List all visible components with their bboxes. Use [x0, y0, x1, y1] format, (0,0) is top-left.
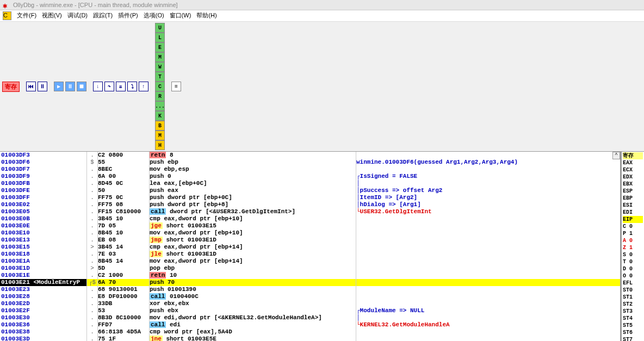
reg-st4[interactable]: ST4	[623, 315, 643, 322]
disasm-row[interactable]: 01003DFF.FF75 0Cpush dword ptr [ebp+0C]│…	[0, 194, 620, 201]
reg-st7[interactable]: ST7	[623, 336, 643, 341]
reg-ebp[interactable]: EBP	[623, 195, 643, 202]
mark-col: .	[87, 293, 98, 300]
disasm-row[interactable]: 01003E3D.75 1Fjne short 01003E5E	[0, 336, 620, 341]
tb-e[interactable]: E	[155, 42, 165, 52]
tb-pause[interactable]: ⏸	[38, 82, 47, 91]
tb-r[interactable]: R	[155, 91, 165, 101]
tb-u[interactable]: U	[155, 23, 165, 33]
disasm-row[interactable]: 01003E2F.53push ebx┌ModuleName => NULL	[0, 307, 620, 314]
mark-col: $	[87, 159, 98, 166]
menu-options[interactable]: 选项(O)	[144, 11, 164, 20]
hex-col: C2 0800	[98, 152, 150, 159]
c-icon[interactable]: C	[3, 11, 11, 20]
scroll-up[interactable]: ^	[612, 152, 620, 159]
reg-st6[interactable]: ST6	[623, 329, 643, 336]
disasm-row[interactable]: 01003E21 <ModuleEntryP┌$6A 70push 70	[0, 279, 620, 286]
comment-col	[356, 152, 620, 159]
menu-help[interactable]: 帮助(H)	[196, 11, 216, 20]
reg-z[interactable]: Z 1	[623, 244, 643, 251]
reg-esp[interactable]: ESP	[623, 188, 643, 195]
disasm-row[interactable]: 01003E18.7E 03jle short 01003E1D	[0, 251, 620, 258]
disasm-row[interactable]: 01003E05.FF15 C810000call dword ptr [<&U…	[0, 208, 620, 215]
reg-t[interactable]: T 0	[623, 258, 643, 265]
disasm-row[interactable]: 01003DFE.50push eax│pSuccess => offset A…	[0, 187, 620, 194]
disasm-row[interactable]: 01003E0B.3B45 10cmp eax,dword ptr [ebp+1…	[0, 215, 620, 222]
tb-return[interactable]: ↑	[139, 82, 148, 91]
reg-a[interactable]: A 0	[623, 237, 643, 244]
disasm-row[interactable]: 01003E15>3B45 14cmp eax,dword ptr [ebp+1…	[0, 244, 620, 251]
disasm-row[interactable]: 01003DF7.8BECmov ebp,esp	[0, 166, 620, 173]
disasm-row[interactable]: 01003E23.68 90130001push 01001390	[0, 286, 620, 293]
reg-st3[interactable]: ST3	[623, 308, 643, 315]
disasm-row[interactable]: 01003E30.8B3D 8C10000mov edi,dword ptr […	[0, 314, 620, 321]
hex-col: 75 1F	[98, 336, 150, 341]
menu-trace[interactable]: 跟踪(T)	[93, 11, 113, 20]
reg-p[interactable]: P 1	[623, 230, 643, 237]
reg-st5[interactable]: ST5	[623, 322, 643, 329]
menu-plugin[interactable]: 插件(P)	[118, 11, 138, 20]
tb-traceinto[interactable]: ⇊	[116, 82, 126, 91]
disasm-row[interactable]: 01003E38.66:8138 4D5Acmp word ptr [eax],…	[0, 328, 620, 336]
disasm-col: push ebp	[150, 159, 356, 166]
reg-esi[interactable]: ESI	[623, 202, 643, 209]
disassembly-view[interactable]: 01003DF3.C2 0800retn 801003DF6$55push eb…	[0, 152, 620, 341]
disasm-row[interactable]: 01003E13.EB 08jmp short 01003E1D	[0, 237, 620, 244]
reg-eax[interactable]: EAX	[623, 159, 643, 166]
menu-window[interactable]: 窗口(W)	[170, 11, 191, 20]
menu-debug[interactable]: 调试(D)	[67, 11, 88, 20]
disasm-row[interactable]: 01003E28.E8 DF010000call 0100400C	[0, 293, 620, 300]
disasm-row[interactable]: 01003DF6$55push ebpwinmine.01003DF6(gues…	[0, 159, 620, 166]
disasm-row[interactable]: 01003E1D>5Dpop ebp	[0, 265, 620, 272]
addr-col: 01003E18	[0, 251, 87, 258]
addr-col: 01003DF7	[0, 166, 87, 173]
menu-view[interactable]: 视图(V)	[42, 11, 62, 20]
reg-st2[interactable]: ST2	[623, 301, 643, 308]
tb-pause2[interactable]: ⏸	[65, 82, 75, 91]
disasm-row[interactable]: 01003DF3.C2 0800retn 8	[0, 152, 620, 159]
menubar[interactable]: C 文件(F) 视图(V) 调试(D) 跟踪(T) 插件(P) 选项(O) 窗口…	[0, 10, 644, 22]
reg-eip[interactable]: EIP	[623, 216, 643, 223]
reg-efl[interactable]: EFL	[623, 280, 643, 287]
disasm-row[interactable]: 01003E2D.33DBxor ebx,ebx	[0, 300, 620, 307]
disasm-row[interactable]: 01003E0E.7D 05jge short 01003E15	[0, 222, 620, 230]
disasm-row[interactable]: 01003E10.8B45 10mov eax,dword ptr [ebp+1…	[0, 230, 620, 237]
disasm-row[interactable]: 01003E1E.C2 1000retn 10	[0, 272, 620, 279]
disasm-row[interactable]: 01003DFB.8D45 0Clea eax,[ebp+0C]│	[0, 180, 620, 187]
tb-stop[interactable]: ⏹	[77, 82, 86, 91]
tb-m[interactable]: M	[155, 131, 165, 140]
hex-col: 66:8138 4D5A	[98, 328, 150, 336]
tb-b[interactable]: B	[155, 121, 165, 131]
tb-l[interactable]: L	[155, 33, 165, 42]
reg-o[interactable]: O 0	[623, 272, 643, 280]
reg-ecx[interactable]: ECX	[623, 166, 643, 173]
reg-c[interactable]: C 0	[623, 223, 643, 230]
disasm-row[interactable]: 01003DF9.6A 00push 0┌IsSigned = FALSE	[0, 173, 620, 180]
tb-m[interactable]: M	[155, 52, 165, 62]
tb-rewind[interactable]: ⏮	[26, 82, 36, 91]
reg-ebx[interactable]: EBX	[623, 181, 643, 188]
reg-st0[interactable]: ST0	[623, 287, 643, 294]
disasm-row[interactable]: 01003E1A.8B45 14mov eax,dword ptr [ebp+1…	[0, 258, 620, 265]
mark-col: .	[87, 251, 98, 258]
tb-traceover[interactable]: ⤵	[127, 82, 137, 91]
tb-h[interactable]: H	[155, 140, 165, 150]
register-panel[interactable]: 寄存 EAXECXEDXEBXESPEBPESIEDIEIPC 0P 1A 0Z…	[621, 152, 644, 341]
tb-c[interactable]: C	[155, 82, 165, 91]
reg-d[interactable]: D 0	[623, 265, 643, 272]
tb-stepinto[interactable]: ↓	[93, 82, 103, 91]
reg-s[interactable]: S 0	[623, 251, 643, 258]
tb-k[interactable]: K	[155, 111, 165, 121]
disasm-row[interactable]: 01003E02.FF75 08push dword ptr [ebp+8]│h…	[0, 201, 620, 208]
tb-play[interactable]: ▶	[54, 82, 64, 91]
tb-w[interactable]: W	[155, 62, 165, 72]
tb-stepover[interactable]: ↷	[104, 82, 114, 91]
tb-list[interactable]: ≡	[171, 82, 181, 91]
reg-edx[interactable]: EDX	[623, 173, 643, 181]
reg-st1[interactable]: ST1	[623, 294, 643, 301]
tb-t[interactable]: T	[155, 72, 165, 82]
disasm-row[interactable]: 01003E36.FFD7call edi└KERNEL32.GetModule…	[0, 321, 620, 328]
menu-file[interactable]: 文件(F)	[17, 11, 36, 20]
reg-edi[interactable]: EDI	[623, 209, 643, 216]
tb-...[interactable]: ...	[155, 101, 165, 111]
